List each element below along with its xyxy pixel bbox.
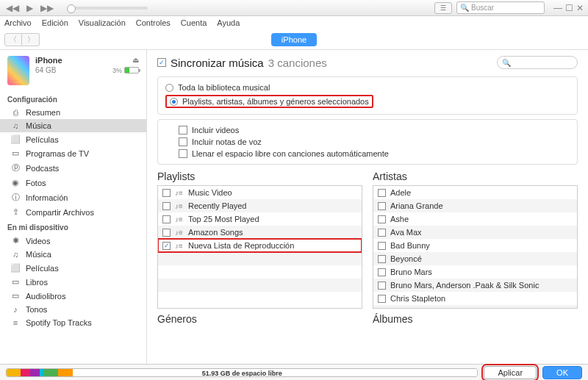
sidebar-item-música[interactable]: ♫Música bbox=[0, 248, 146, 261]
sync-music-checkbox[interactable] bbox=[157, 58, 166, 67]
sidebar-section-config: Configuración bbox=[0, 91, 146, 106]
menu-visualización[interactable]: Visualización bbox=[79, 18, 126, 27]
artist-checkbox[interactable] bbox=[378, 189, 386, 197]
sidebar-icon: ⎙ bbox=[10, 108, 21, 117]
playlist-row-empty bbox=[158, 292, 362, 305]
sidebar-item-compartir-archivos[interactable]: ⇪Compartir Archivos bbox=[0, 205, 146, 219]
artist-checkbox[interactable] bbox=[378, 308, 386, 309]
artist-row[interactable]: Bruno Mars, Anderson .Paak & Silk Sonic bbox=[373, 279, 577, 292]
artist-label: Bruno Mars, Anderson .Paak & Silk Sonic bbox=[390, 281, 539, 290]
playlist-row[interactable]: ♪≡Recently Played bbox=[158, 199, 362, 212]
sidebar-icon: ⓟ bbox=[10, 162, 21, 173]
artist-checkbox[interactable] bbox=[378, 215, 386, 223]
ok-button[interactable]: OK bbox=[542, 366, 582, 379]
sidebar-item-label: Películas bbox=[26, 264, 59, 273]
autofill-checkbox[interactable] bbox=[179, 149, 187, 158]
playlists-title: Playlists bbox=[157, 171, 362, 182]
menu-archivo[interactable]: Archivo bbox=[4, 18, 32, 27]
artist-row[interactable]: Bruno Mars bbox=[373, 265, 577, 279]
playlist-icon: ♪≡ bbox=[175, 242, 184, 250]
sidebar-item-películas[interactable]: ⬜Películas bbox=[0, 132, 146, 146]
artist-row[interactable]: Bad Bunny bbox=[373, 239, 577, 252]
eject-icon[interactable]: ⏏ bbox=[132, 56, 139, 65]
artist-row[interactable]: Ashe bbox=[373, 212, 577, 226]
include-videos-checkbox[interactable] bbox=[179, 126, 187, 135]
sidebar-item-libros[interactable]: ▭Libros bbox=[0, 275, 146, 289]
artist-checkbox[interactable] bbox=[378, 202, 386, 210]
artist-checkbox[interactable] bbox=[378, 295, 386, 303]
sidebar-item-label: Spotify Top Tracks bbox=[26, 318, 92, 327]
menu-controles[interactable]: Controles bbox=[136, 18, 171, 27]
playlist-checkbox[interactable] bbox=[162, 215, 171, 223]
menu-cuenta[interactable]: Cuenta bbox=[181, 18, 207, 27]
artist-row[interactable]: Ed Sheeran bbox=[373, 305, 577, 309]
genres-title: Géneros bbox=[157, 313, 362, 325]
artist-row[interactable]: Adele bbox=[373, 186, 577, 199]
sidebar-item-label: Resumen bbox=[26, 108, 60, 117]
sidebar-item-podcasts[interactable]: ⓟPodcasts bbox=[0, 160, 146, 176]
sidebar-item-spotify-top-tracks[interactable]: ≡Spotify Top Tracks bbox=[0, 316, 146, 329]
artist-checkbox[interactable] bbox=[378, 229, 386, 237]
radio-selected-items[interactable] bbox=[170, 98, 178, 106]
apply-button[interactable]: Aplicar bbox=[484, 366, 537, 379]
artist-row[interactable]: Ariana Grande bbox=[373, 199, 577, 212]
sidebar-item-películas[interactable]: ⬜Películas bbox=[0, 261, 146, 275]
artist-row[interactable]: Chris Stapleton bbox=[373, 292, 577, 305]
sidebar-item-resumen[interactable]: ⎙Resumen bbox=[0, 106, 146, 119]
list-view-button[interactable]: ☰ bbox=[434, 2, 452, 14]
volume-slider[interactable] bbox=[67, 7, 148, 10]
nav-back-button[interactable]: 〈 bbox=[4, 33, 22, 46]
sidebar-icon: ⓘ bbox=[10, 192, 21, 203]
playlist-checkbox[interactable] bbox=[162, 229, 171, 237]
prev-icon[interactable]: ◀◀ bbox=[6, 3, 19, 13]
close-icon[interactable]: ✕ bbox=[576, 3, 584, 13]
playlist-checkbox[interactable] bbox=[162, 189, 171, 197]
artist-checkbox[interactable] bbox=[378, 268, 386, 276]
playlist-checkbox[interactable] bbox=[162, 202, 171, 210]
next-icon[interactable]: ▶▶ bbox=[40, 3, 54, 13]
sync-search-input[interactable]: 🔍 bbox=[497, 56, 578, 69]
artist-label: Ariana Grande bbox=[390, 201, 443, 210]
sidebar-item-programas-de-tv[interactable]: ▭Programas de TV bbox=[0, 146, 146, 160]
sidebar: iPhone ⏏ 64 GB 3% Configuración ⎙Resumen… bbox=[0, 50, 147, 364]
artist-checkbox[interactable] bbox=[378, 255, 386, 263]
maximize-icon[interactable]: ☐ bbox=[565, 3, 573, 13]
sidebar-item-fotos[interactable]: ◉Fotos bbox=[0, 176, 146, 190]
artist-row[interactable]: Beyoncé bbox=[373, 252, 577, 265]
search-icon: 🔍 bbox=[502, 59, 511, 67]
playlists-list[interactable]: ♪≡Music Video♪≡Recently Played♪≡Top 25 M… bbox=[157, 185, 362, 309]
artist-checkbox[interactable] bbox=[378, 242, 386, 250]
playlist-row[interactable]: ♪≡Top 25 Most Played bbox=[158, 212, 362, 226]
radio-entire-library[interactable] bbox=[165, 84, 173, 92]
battery-icon bbox=[124, 67, 139, 74]
minimize-icon[interactable]: — bbox=[553, 3, 562, 13]
playlist-label: Recently Played bbox=[188, 201, 247, 210]
playlist-row[interactable]: ♪≡Music Video bbox=[158, 186, 362, 199]
menu-edición[interactable]: Edición bbox=[42, 18, 68, 27]
autofill-label: Llenar el espacio libre con canciones au… bbox=[192, 149, 389, 158]
artist-label: Adele bbox=[390, 188, 411, 197]
sidebar-item-música[interactable]: ♫Música bbox=[0, 119, 146, 132]
artists-list[interactable]: AdeleAriana GrandeAsheAva MaxBad BunnyBe… bbox=[373, 185, 578, 309]
nav-forward-button[interactable]: 〉 bbox=[22, 33, 40, 46]
playlist-row[interactable]: ♪≡Nueva Lista de Reproducción bbox=[158, 239, 362, 252]
artist-checkbox[interactable] bbox=[378, 282, 386, 290]
playlist-row[interactable]: ♪≡Amazon Songs bbox=[158, 226, 362, 239]
sync-music-count: 3 canciones bbox=[268, 57, 327, 69]
artist-row[interactable]: Ava Max bbox=[373, 226, 577, 239]
sidebar-item-información[interactable]: ⓘInformación bbox=[0, 190, 146, 205]
sidebar-item-label: Audiolibros bbox=[26, 292, 65, 301]
playlist-checkbox[interactable] bbox=[162, 242, 171, 250]
playlist-label: Music Video bbox=[188, 188, 232, 197]
device-capacity: 64 GB bbox=[35, 66, 56, 74]
global-search-input[interactable]: 🔍 Buscar bbox=[456, 1, 545, 14]
sidebar-item-tonos[interactable]: ♪Tonos bbox=[0, 303, 146, 316]
menu-ayuda[interactable]: Ayuda bbox=[217, 18, 240, 27]
sidebar-item-videos[interactable]: ✺Videos bbox=[0, 234, 146, 248]
include-voice-checkbox[interactable] bbox=[179, 137, 187, 146]
sidebar-item-audiolibros[interactable]: ▭Audiolibros bbox=[0, 289, 146, 303]
main-panel: Sincronizar música 3 canciones 🔍 Toda la… bbox=[147, 50, 588, 364]
play-icon[interactable]: ▶ bbox=[26, 3, 33, 13]
artists-title: Artistas bbox=[373, 171, 578, 182]
tab-iphone[interactable]: iPhone bbox=[271, 33, 317, 46]
